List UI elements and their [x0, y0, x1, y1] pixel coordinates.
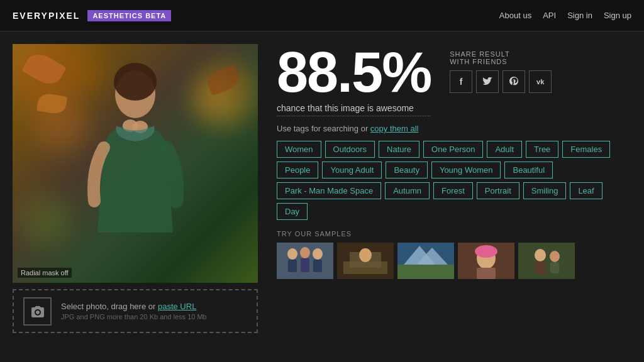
right-column: 88.5% chance that this image is awesome …	[277, 44, 631, 356]
svg-rect-26	[535, 261, 545, 274]
pinterest-share-button[interactable]	[502, 70, 525, 93]
tag-item[interactable]: Outdoors	[325, 141, 375, 158]
svg-point-5	[287, 248, 297, 260]
tag-item[interactable]: Nature	[379, 141, 419, 158]
image-container: Radial mask off	[13, 44, 258, 283]
api-link[interactable]: API	[543, 11, 556, 20]
tag-item[interactable]: One Person	[423, 141, 483, 158]
tag-item[interactable]: Leaf	[570, 182, 602, 199]
signup-link[interactable]: Sign up	[604, 11, 631, 20]
tag-item[interactable]: Adult	[487, 141, 522, 158]
score-value: 88.5%	[277, 44, 431, 101]
svg-rect-23	[477, 268, 496, 279]
svg-point-1	[114, 63, 157, 101]
tag-item[interactable]: Women	[277, 141, 321, 158]
person-silhouette	[85, 57, 186, 283]
paste-url-link[interactable]: paste URL	[158, 302, 196, 311]
svg-rect-19	[397, 243, 454, 265]
upload-area[interactable]: Select photo, drag here or paste URL JPG…	[13, 289, 258, 333]
svg-rect-10	[313, 260, 322, 272]
score-area: 88.5% chance that this image is awesome …	[277, 44, 631, 116]
score-left: 88.5% chance that this image is awesome	[277, 44, 431, 116]
tag-item[interactable]: Park - Man Made Space	[277, 182, 381, 199]
facebook-share-button[interactable]: f	[450, 70, 472, 93]
tags-container: WomenOutdoorsNatureOne PersonAdultTreeFe…	[277, 141, 631, 220]
tag-item[interactable]: Young Adult	[322, 162, 382, 178]
tag-item[interactable]: Autumn	[385, 182, 430, 199]
svg-point-7	[300, 247, 310, 258]
upload-constraints: JPG and PNG more than 20 Kb and less 10 …	[61, 313, 207, 321]
tag-item[interactable]: Forest	[433, 182, 473, 199]
samples-label: TRY OUR SAMPLES	[277, 230, 631, 238]
left-column: Radial mask off Select photo, drag here …	[13, 44, 258, 356]
tag-item[interactable]: Portrait	[477, 182, 519, 199]
share-buttons: f vk	[450, 70, 552, 93]
samples-section: TRY OUR SAMPLES	[277, 230, 631, 279]
camera-icon	[30, 305, 45, 317]
score-description: chance that this image is awesome	[277, 103, 431, 116]
signin-link[interactable]: Sign in	[567, 11, 592, 20]
tag-item[interactable]: Tree	[526, 141, 558, 158]
upload-instruction: Select photo, drag here or paste URL	[61, 302, 207, 311]
svg-point-25	[535, 249, 546, 261]
sample-thumb-4[interactable]	[458, 243, 514, 279]
svg-rect-24	[518, 243, 575, 279]
svg-rect-28	[550, 262, 559, 273]
tag-item[interactable]: Smiling	[523, 182, 567, 199]
svg-rect-16	[397, 265, 454, 279]
tag-item[interactable]: Beauty	[386, 162, 427, 178]
main-image: Radial mask off	[13, 44, 258, 283]
logo: EVERYPIXEL	[13, 11, 80, 21]
tag-item[interactable]: Day	[277, 203, 308, 220]
tag-item[interactable]: Young Women	[431, 162, 501, 178]
main-content: Radial mask off Select photo, drag here …	[0, 31, 644, 362]
copy-tags-link[interactable]: copy them all	[370, 124, 419, 133]
svg-point-22	[475, 245, 497, 258]
svg-rect-8	[301, 258, 309, 272]
sample-thumb-1[interactable]	[277, 243, 333, 279]
sample-thumb-2[interactable]	[337, 243, 394, 279]
svg-point-9	[313, 248, 323, 260]
twitter-share-button[interactable]	[476, 70, 499, 93]
camera-icon-box	[23, 297, 52, 326]
aesthetics-badge: AESTHETICS BETA	[87, 10, 171, 21]
header: EVERYPIXEL AESTHETICS BETA About us API …	[0, 0, 644, 31]
sample-thumb-3[interactable]	[397, 243, 454, 279]
svg-point-27	[550, 251, 560, 262]
upload-text-area: Select photo, drag here or paste URL JPG…	[61, 302, 207, 321]
tags-prompt: Use tags for searching or copy them all	[277, 124, 631, 133]
share-label: SHARE RESULT WITH FRIENDS	[450, 50, 552, 65]
tag-item[interactable]: People	[277, 162, 318, 178]
samples-row	[277, 243, 631, 279]
vk-share-button[interactable]: vk	[529, 70, 552, 93]
header-nav: About us API Sign in Sign up	[499, 11, 631, 20]
share-area: SHARE RESULT WITH FRIENDS f vk	[450, 44, 552, 93]
header-left: EVERYPIXEL AESTHETICS BETA	[13, 10, 171, 21]
tag-item[interactable]: Beautiful	[504, 162, 553, 178]
tag-item[interactable]: Females	[562, 141, 610, 158]
about-link[interactable]: About us	[499, 11, 531, 20]
mask-label: Radial mask off	[18, 268, 72, 278]
svg-point-14	[359, 248, 372, 262]
svg-rect-6	[288, 260, 297, 272]
sample-thumb-5[interactable]	[518, 243, 575, 279]
